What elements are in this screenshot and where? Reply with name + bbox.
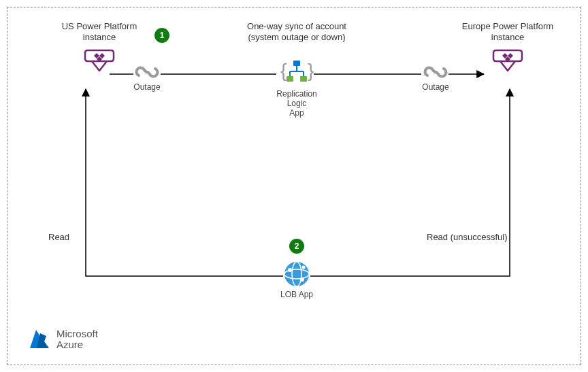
broken-link-icon [423, 62, 448, 82]
svg-text:{: { [280, 60, 287, 81]
outage-left-node: Outage [130, 62, 164, 92]
power-platform-icon [491, 46, 525, 75]
step-badge-2: 2 [289, 239, 304, 254]
eu-power-platform-label-1: Europe Power Platform [443, 21, 572, 32]
replication-logic-app-label-2: App [273, 108, 321, 118]
logic-app-icon: { } [278, 58, 316, 88]
outage-right-node: Outage [419, 62, 453, 92]
eu-power-platform-label-2: instance [443, 32, 572, 43]
svg-rect-18 [300, 76, 307, 82]
read-right-label: Read (unsuccessful) [427, 232, 508, 243]
lob-app-label: LOB App [278, 290, 315, 299]
app-service-icon [283, 260, 310, 288]
broken-link-icon [135, 62, 159, 82]
architecture-diagram: US Power Platform instance 1 One-way syn… [7, 7, 581, 365]
sync-title: One-way sync of account (system outage o… [225, 21, 368, 42]
svg-point-22 [288, 268, 292, 272]
svg-text:}: } [308, 60, 314, 81]
branding-azure: Azure [56, 339, 98, 351]
read-left-label: Read [48, 232, 69, 243]
eu-power-platform-node: Europe Power Platform instance [443, 21, 572, 75]
step-badge-1: 1 [154, 28, 169, 43]
svg-rect-12 [293, 61, 300, 66]
svg-point-23 [302, 266, 306, 269]
branding-ms: Microsoft [56, 328, 98, 340]
replication-logic-app-node: { } Replication Logic App [273, 58, 321, 118]
sync-title-l2: (system outage or down) [225, 32, 368, 43]
outage-right-label: Outage [419, 82, 453, 92]
svg-point-19 [284, 262, 309, 286]
us-power-platform-label-1: US Power Platform [48, 21, 150, 32]
us-power-platform-label-2: instance [48, 32, 150, 43]
replication-logic-app-label-1: Replication Logic [273, 89, 321, 108]
lob-app-node: LOB App [278, 260, 315, 299]
sync-title-l1: One-way sync of account [225, 21, 368, 32]
svg-rect-17 [287, 76, 293, 82]
azure-logo-icon [28, 328, 51, 351]
svg-point-24 [300, 277, 304, 282]
outage-left-label: Outage [130, 82, 164, 92]
azure-branding: Microsoft Azure [28, 328, 98, 351]
power-platform-icon [82, 46, 116, 75]
